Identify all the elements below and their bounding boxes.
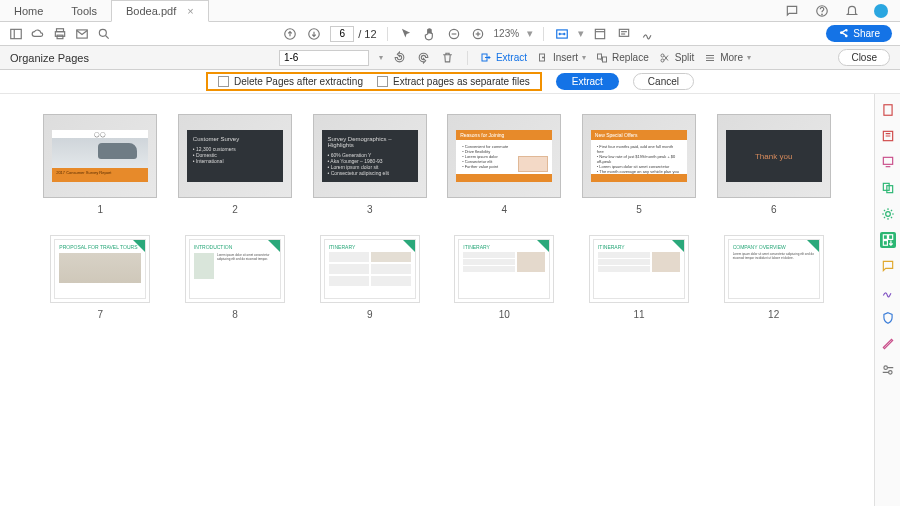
page-thumb-3[interactable]: Survey Demographics – Highlights• 60% Ge… bbox=[313, 114, 427, 198]
page-label: 9 bbox=[367, 309, 373, 320]
page-label: 3 bbox=[367, 204, 373, 215]
page-up-icon[interactable] bbox=[282, 26, 298, 42]
cancel-button[interactable]: Cancel bbox=[633, 73, 694, 90]
rail-edit-pdf-icon[interactable] bbox=[880, 128, 896, 144]
cloud-icon[interactable] bbox=[30, 26, 46, 42]
chat-icon[interactable] bbox=[784, 3, 800, 19]
page-label: 7 bbox=[98, 309, 104, 320]
sidebar-icon[interactable] bbox=[8, 26, 24, 42]
tab-home[interactable]: Home bbox=[0, 1, 57, 21]
zoom-in-icon[interactable] bbox=[470, 26, 486, 42]
rail-more-tools-icon[interactable] bbox=[880, 362, 896, 378]
checkbox-separate-files[interactable]: Extract pages as separate files bbox=[377, 76, 530, 87]
search-icon[interactable] bbox=[96, 26, 112, 42]
svg-rect-18 bbox=[595, 29, 604, 38]
sign-icon[interactable] bbox=[640, 26, 656, 42]
svg-point-1 bbox=[822, 14, 823, 15]
svg-rect-39 bbox=[888, 235, 892, 240]
page-thumb-10[interactable]: ITINERARY bbox=[454, 235, 554, 303]
page-thumb-8[interactable]: INTRODUCTIONLorem ipsum dolor sit amet c… bbox=[185, 235, 285, 303]
comment-icon[interactable] bbox=[616, 26, 632, 42]
close-icon[interactable]: × bbox=[187, 5, 193, 17]
tab-tools[interactable]: Tools bbox=[57, 1, 111, 21]
page-thumb-4[interactable]: Reasons for Joining• Convenient for comm… bbox=[447, 114, 561, 198]
avatar[interactable] bbox=[874, 4, 888, 18]
rail-combine-icon[interactable] bbox=[880, 180, 896, 196]
hand-icon[interactable] bbox=[422, 26, 438, 42]
page-label: 5 bbox=[636, 204, 642, 215]
more-tool[interactable]: More▾ bbox=[704, 52, 751, 64]
page-thumb-5[interactable]: New Special Offers• First four months pa… bbox=[582, 114, 696, 198]
svg-point-42 bbox=[888, 371, 892, 375]
extract-button[interactable]: Extract bbox=[556, 73, 619, 90]
extract-tool[interactable]: Extract bbox=[480, 52, 527, 64]
rotate-ccw-icon[interactable] bbox=[393, 51, 407, 65]
page-thumb-12[interactable]: COMPANY OVERVIEWLorem ipsum dolor sit am… bbox=[724, 235, 824, 303]
page-label: 2 bbox=[232, 204, 238, 215]
rail-protect-icon[interactable] bbox=[880, 310, 896, 326]
bell-icon[interactable] bbox=[844, 3, 860, 19]
rail-redact-icon[interactable] bbox=[880, 336, 896, 352]
svg-line-9 bbox=[106, 35, 109, 38]
replace-tool[interactable]: Replace bbox=[596, 52, 649, 64]
svg-point-8 bbox=[99, 29, 106, 36]
tab-document-label: Bodea.pdf bbox=[126, 5, 176, 17]
page-thumb-11[interactable]: ITINERARY bbox=[589, 235, 689, 303]
trash-icon[interactable] bbox=[441, 51, 455, 65]
page-down-icon[interactable] bbox=[306, 26, 322, 42]
zoom-out-icon[interactable] bbox=[446, 26, 462, 42]
rail-export-pdf-icon[interactable] bbox=[880, 154, 896, 170]
rail-organize-icon[interactable] bbox=[880, 232, 896, 248]
close-button[interactable]: Close bbox=[838, 49, 890, 66]
tab-document[interactable]: Bodea.pdf × bbox=[111, 0, 209, 22]
svg-rect-34 bbox=[883, 157, 892, 164]
page-thumb-9[interactable]: ITINERARY bbox=[320, 235, 420, 303]
svg-rect-38 bbox=[883, 235, 887, 240]
help-icon[interactable] bbox=[814, 3, 830, 19]
checkbox-delete-after[interactable]: Delete Pages after extracting bbox=[218, 76, 363, 87]
svg-point-37 bbox=[885, 212, 890, 217]
svg-rect-25 bbox=[598, 54, 602, 59]
page-label: 8 bbox=[232, 309, 238, 320]
svg-rect-32 bbox=[883, 105, 891, 116]
page-label: 4 bbox=[502, 204, 508, 215]
page-thumb-7[interactable]: PROPOSAL FOR TRAVEL TOURS bbox=[50, 235, 150, 303]
insert-tool[interactable]: Insert▾ bbox=[537, 52, 586, 64]
svg-rect-40 bbox=[883, 241, 887, 246]
page-label: 1 bbox=[98, 204, 104, 215]
zoom-level[interactable]: 123% bbox=[494, 28, 520, 39]
page-thumb-2[interactable]: Customer Survey• 12,300 customers• Domes… bbox=[178, 114, 292, 198]
page-range-input[interactable] bbox=[279, 50, 369, 66]
read-mode-icon[interactable] bbox=[592, 26, 608, 42]
svg-rect-6 bbox=[57, 35, 63, 39]
svg-rect-2 bbox=[11, 29, 22, 38]
print-icon[interactable] bbox=[52, 26, 68, 42]
share-label: Share bbox=[853, 28, 880, 39]
page-thumb-6[interactable]: Thank you bbox=[717, 114, 831, 198]
rail-fill-sign-icon[interactable] bbox=[880, 284, 896, 300]
extract-options-highlight: Delete Pages after extracting Extract pa… bbox=[206, 72, 542, 91]
organize-title: Organize Pages bbox=[10, 52, 89, 64]
page-total: / 12 bbox=[358, 28, 376, 40]
fit-width-icon[interactable] bbox=[554, 26, 570, 42]
rail-create-pdf-icon[interactable] bbox=[880, 102, 896, 118]
svg-point-41 bbox=[883, 366, 887, 370]
rail-optimize-icon[interactable] bbox=[880, 206, 896, 222]
svg-rect-26 bbox=[603, 57, 607, 62]
split-tool[interactable]: Split bbox=[659, 52, 694, 64]
svg-point-28 bbox=[661, 59, 664, 62]
rotate-cw-icon[interactable] bbox=[417, 51, 431, 65]
page-number-input[interactable] bbox=[330, 26, 354, 42]
page-label: 10 bbox=[499, 309, 510, 320]
pointer-icon[interactable] bbox=[398, 26, 414, 42]
page-thumb-1[interactable]: ◯◯2017 Consumer Survey Report bbox=[43, 114, 157, 198]
share-button[interactable]: Share bbox=[826, 25, 892, 42]
right-tool-rail bbox=[874, 94, 900, 506]
page-label: 6 bbox=[771, 204, 777, 215]
svg-rect-20 bbox=[619, 29, 628, 36]
page-label: 11 bbox=[633, 309, 644, 320]
mail-icon[interactable] bbox=[74, 26, 90, 42]
page-label: 12 bbox=[768, 309, 779, 320]
svg-point-27 bbox=[661, 54, 664, 57]
rail-comment-icon[interactable] bbox=[880, 258, 896, 274]
